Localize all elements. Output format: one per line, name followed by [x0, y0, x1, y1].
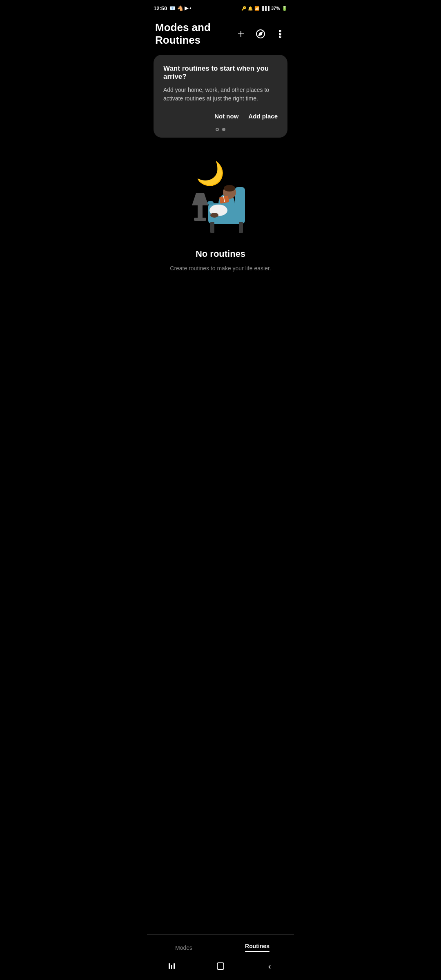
svg-point-5 [279, 33, 281, 35]
header-actions [235, 28, 286, 40]
svg-rect-12 [210, 222, 214, 233]
promo-card: Want routines to start when you arrive? … [154, 55, 287, 138]
svg-rect-21 [207, 201, 214, 205]
dot-2[interactable] [222, 128, 225, 131]
compass-button[interactable] [255, 28, 266, 40]
not-now-button[interactable]: Not now [214, 111, 238, 121]
svg-marker-3 [259, 32, 262, 36]
empty-description: Create routines to make your life easier… [170, 264, 271, 273]
svg-rect-13 [239, 222, 243, 233]
empty-state: 🌙 [147, 138, 294, 289]
person-reading-icon [204, 181, 253, 236]
status-bar: 12:50 📧 🐴 ▶ • 🔑 🔔 📶 ▐▐▐ 37% 🔋 [147, 0, 294, 15]
app-header: Modes and Routines [147, 15, 294, 55]
compass-icon [256, 29, 265, 39]
illustration: 🌙 [180, 162, 261, 236]
add-button[interactable] [235, 28, 247, 40]
bell-icon: 🔔 [248, 6, 253, 11]
add-place-button[interactable]: Add place [248, 111, 278, 121]
notification-icons: 📧 🐴 ▶ • [169, 5, 191, 11]
more-button[interactable] [274, 28, 286, 40]
page-title: Modes and Routines [155, 21, 235, 47]
signal-icon: ▐▐▐ [261, 6, 270, 11]
status-bar-left: 12:50 📧 🐴 ▶ • [154, 5, 191, 11]
key-icon: 🔑 [241, 6, 246, 11]
svg-rect-11 [235, 187, 245, 216]
spacer [147, 289, 294, 342]
svg-rect-8 [198, 205, 203, 218]
carousel-dots [163, 128, 278, 131]
wifi-icon: 📶 [254, 6, 259, 11]
empty-title: No routines [196, 249, 245, 259]
status-bar-right: 🔑 🔔 📶 ▐▐▐ 37% 🔋 [241, 6, 287, 11]
promo-description: Add your home, work, and other places to… [163, 86, 278, 103]
battery-icon: 🔋 [282, 6, 287, 11]
svg-point-4 [279, 30, 281, 32]
promo-title: Want routines to start when you arrive? [163, 65, 278, 81]
svg-point-6 [279, 36, 281, 38]
svg-point-20 [210, 213, 218, 218]
time: 12:50 [154, 5, 167, 11]
battery-level: 37% [271, 6, 280, 11]
add-icon [236, 29, 246, 39]
dot-1[interactable] [216, 128, 219, 131]
promo-actions: Not now Add place [163, 111, 278, 121]
svg-point-17 [224, 185, 235, 192]
more-icon [275, 29, 285, 39]
